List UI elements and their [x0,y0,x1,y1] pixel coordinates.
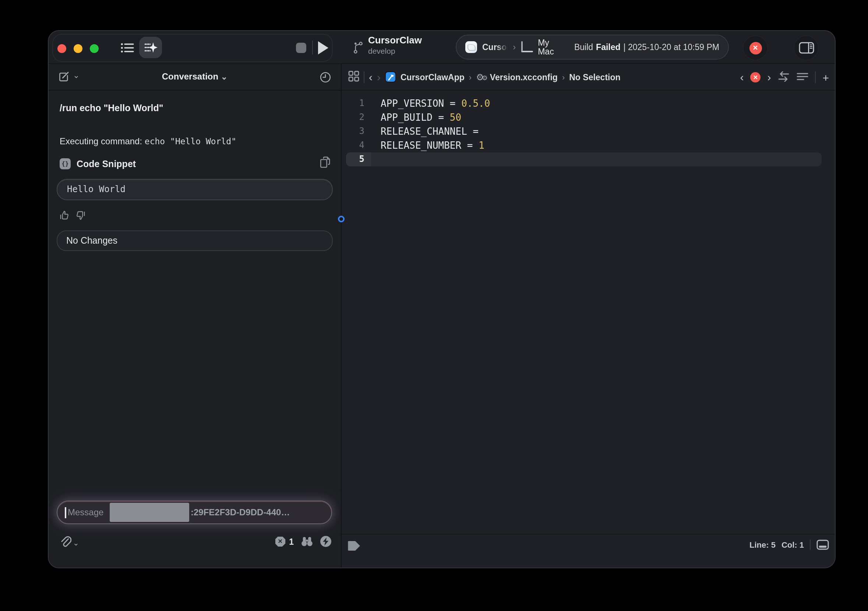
redacted-context-pill[interactable] [110,503,189,522]
branch-name: develop [368,47,422,55]
add-editor-icon[interactable]: + [822,71,829,84]
breadcrumb-selection[interactable]: No Selection [569,73,620,81]
user-message: /run echo "Hello World" [60,103,163,113]
toolbar: CursorClaw develop Cursor › My Mac Build… [49,31,835,64]
code-snippet-box[interactable]: Hello World [57,179,333,200]
message-placeholder: Message [68,501,104,523]
xcode-window: CursorClaw develop Cursor › My Mac Build… [48,30,835,568]
next-issue-icon[interactable]: › [767,72,771,82]
breadcrumb-project[interactable]: CursorClawApp [400,73,465,81]
scheme-selector[interactable]: Cursor › My Mac Build Failed | 2025-10-2… [456,35,729,60]
code-braces-icon: {} [60,158,71,169]
assistant-header: ⌄ Conversation ⌄ [49,64,341,90]
issue-error-badge[interactable]: ✕ [750,72,761,82]
cursor-indicator-dot [338,216,344,222]
thumbs-down-icon[interactable] [75,210,86,221]
close-window-button[interactable] [57,44,66,53]
zoom-window-button[interactable] [90,44,99,53]
context-token: :29FE2F3D-D9DD-440… [191,501,290,523]
composer-footer: ⌄ ✕ 1 [49,531,341,568]
col-indicator: Col: 1 [781,540,804,549]
no-changes-button[interactable]: No Changes [57,230,333,251]
build-time: | 2025-10-20 at 10:59 PM [623,43,719,51]
assistant-sparkle-tab[interactable] [139,37,162,58]
navigator-list-icon[interactable] [121,43,134,53]
error-badge-icon: ✕ [749,42,762,54]
status-divider [810,540,811,550]
editor-options-icon[interactable] [797,72,808,82]
line-number[interactable]: 4 [342,138,371,152]
project-title-block[interactable]: CursorClaw develop [368,35,422,55]
build-status: Build Failed | 2025-10-20 at 10:59 PM [574,43,719,51]
conversation-title-label: Conversation [162,71,218,82]
toolbar-error-button[interactable]: ✕ [743,35,768,60]
minimize-window-button[interactable] [74,44,82,53]
no-changes-label: No Changes [66,236,118,246]
desktop: CursorClaw develop Cursor › My Mac Build… [0,0,868,611]
build-label: Build [574,43,593,51]
previous-issue-icon[interactable]: ‹ [740,72,744,82]
conversation-title[interactable]: Conversation ⌄ [49,71,341,82]
right-panel-icon [798,42,814,54]
chevron-right-icon: › [469,73,471,81]
error-count: 1 [289,537,294,546]
code-snippet-header: {} Code Snippet [60,158,136,169]
run-button[interactable] [318,41,329,54]
conversation-body: /run echo "Hello World" Executing comman… [49,90,341,568]
scheme-name: Cursor [482,43,508,51]
toolbar-divider [312,40,313,54]
line-number[interactable]: 1 [342,96,371,110]
code-snippet-title: Code Snippet [77,159,136,169]
assistant-pane: ⌄ Conversation ⌄ /run echo "Hello World"… [49,64,341,568]
stop-button[interactable] [296,43,306,53]
project-name: CursorClaw [368,35,422,47]
chevron-right-icon: › [562,73,565,81]
line-number[interactable]: 2 [342,110,371,124]
line-number[interactable]: 5 [346,152,371,166]
error-count-icon[interactable]: ✕ [275,536,285,547]
quick-actions-bolt-icon[interactable] [320,536,331,547]
code-line[interactable]: 1APP_VERSION = 0.5.0 [342,96,835,110]
xcode-project-icon [385,71,396,82]
mac-device-icon [521,42,533,52]
jump-bar-divider [364,71,364,83]
scheme-app-icon [465,41,477,53]
chevron-down-icon: ⌄ [221,72,228,81]
bottom-panel-icon[interactable] [817,540,829,550]
jump-bar: ‹ › CursorClawApp › ⚙⚙ Version.xcconfig … [342,64,835,90]
xcconfig-gears-icon: ⚙⚙ [476,72,485,82]
back-icon[interactable]: ‹ [369,72,372,82]
assistant-message: Executing command: echo "Hello World" [60,136,236,146]
executing-command: echo "Hello World" [145,136,236,146]
line-number[interactable]: 3 [342,124,371,138]
breadcrumb-file[interactable]: Version.xcconfig [490,73,558,81]
code-line[interactable]: 4RELEASE_NUMBER = 1 [342,138,835,152]
code-line-current[interactable]: 5 [346,152,822,166]
copy-icon[interactable] [319,156,330,172]
forward-icon[interactable]: › [377,72,381,82]
code-review-icon[interactable] [777,71,790,83]
code-line[interactable]: 2APP_BUILD = 50 [342,110,835,124]
text-cursor [65,507,66,518]
feedback-buttons [59,210,86,221]
code-snippet-content: Hello World [67,184,126,194]
build-result: Failed [596,43,620,51]
inspector-toggle-button[interactable] [794,35,819,60]
branch-icon [353,40,363,57]
sparkle-icon [144,42,157,53]
breakpoint-tag-icon[interactable] [347,541,360,551]
related-items-grid-icon[interactable] [348,71,359,83]
destination-name: My Mac [538,38,562,56]
message-input[interactable]: Message :29FE2F3D-D9DD-440… [57,501,332,524]
code-line[interactable]: 3RELEASE_CHANNEL = [342,124,835,138]
attachment-paperclip-icon[interactable] [59,535,71,551]
chevron-right-icon: › [513,42,516,52]
line-indicator: Line: 5 [749,540,776,549]
thumbs-up-icon[interactable] [59,210,70,221]
chevron-down-icon[interactable]: ⌄ [73,539,79,547]
code-editor[interactable]: 1APP_VERSION = 0.5.0 2APP_BUILD = 50 3RE… [342,96,835,166]
binoculars-icon[interactable] [301,536,314,547]
history-clock-icon[interactable] [319,71,331,86]
jump-bar-divider [815,71,816,83]
traffic-lights [57,44,99,53]
